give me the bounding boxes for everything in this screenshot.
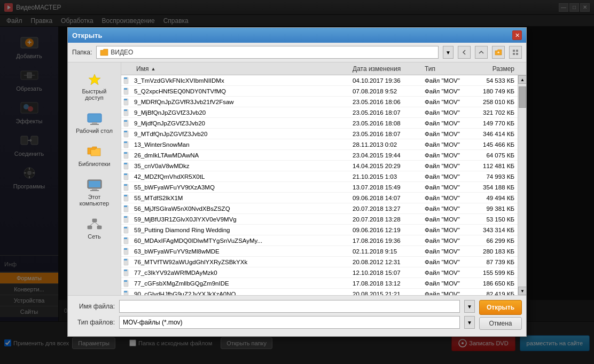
svg-rect-30 xyxy=(88,114,101,122)
col-header-date[interactable]: Дата изменения xyxy=(349,65,421,73)
file-date: 20.07.2018 13:27 xyxy=(349,205,421,212)
file-icon xyxy=(121,152,132,159)
file-date: 20.08.2012 12:31 xyxy=(349,259,421,265)
file-name: 13_WinterSnowMan xyxy=(132,141,349,148)
svg-rect-61 xyxy=(124,173,127,175)
col-header-size[interactable]: Размер xyxy=(470,65,518,73)
svg-rect-57 xyxy=(124,152,127,154)
file-type: Файл "MOV" xyxy=(421,238,470,244)
file-row[interactable]: 42_MDZfQmVhdXR5X0tL 21.10.2015 1:03 Файл… xyxy=(121,171,518,182)
svg-rect-45 xyxy=(124,88,127,90)
dialog-close-button[interactable]: ✕ xyxy=(512,30,522,40)
file-icon xyxy=(121,77,132,84)
file-size: 49 494 КБ xyxy=(470,195,518,201)
svg-rect-73 xyxy=(124,238,127,239)
file-size: 99 381 КБ xyxy=(470,205,518,212)
filename-input[interactable] xyxy=(119,300,460,313)
filename-dropdown-button[interactable]: ▼ xyxy=(464,300,475,313)
file-icon xyxy=(121,162,132,170)
file-date: 17.08.2016 19:36 xyxy=(349,238,421,244)
nav-quick-access[interactable]: Быстрый доступ xyxy=(71,69,118,104)
svg-rect-81 xyxy=(124,280,127,282)
file-row[interactable]: 77_cGFsbXMgZmllbGQgZm9nIDE 17.08.2018 13… xyxy=(121,278,518,289)
dialog-title-bar: Открыть ✕ xyxy=(68,28,526,43)
nav-network[interactable]: Сеть xyxy=(71,214,118,243)
file-row[interactable]: 77_c3IkYV92aWRfMDAyMzk0 12.10.2018 15:07… xyxy=(121,267,518,278)
file-row[interactable]: 26_dmIkLTAwMDAwNA 23.04.2015 19:44 Файл … xyxy=(121,150,518,161)
file-icon xyxy=(121,216,132,223)
file-row[interactable]: 60_MDAxIFAgMDQ0IDlwMTYgSnVuZSAyMy... 17.… xyxy=(121,235,518,246)
file-icon xyxy=(121,269,132,276)
folder-dropdown-button[interactable]: ▼ xyxy=(443,46,454,59)
file-type: Файл "MOV" xyxy=(421,163,470,169)
file-name: 3_TmVzdGVkFNIcXVIbmNIIDMx xyxy=(132,77,349,84)
nav-up-button[interactable] xyxy=(475,46,488,59)
cancel-button[interactable]: Отмена xyxy=(479,317,522,330)
file-name: 59_MjBfU3R1ZGlvX0JlYXV0eV9MVg xyxy=(132,216,349,223)
file-row[interactable]: 35_cnV0aV8wMDkz 14.04.2015 20:29 Файл "M… xyxy=(121,161,518,171)
nav-desktop[interactable]: Рабочий стол xyxy=(71,108,118,137)
nav-computer[interactable]: Этот компьютер xyxy=(71,175,118,210)
nav-desktop-label: Рабочий стол xyxy=(76,128,113,134)
file-row[interactable]: 55_MTdfS2lkX1M 09.06.2018 14:07 Файл "MO… xyxy=(121,193,518,203)
svg-rect-65 xyxy=(124,195,127,196)
file-row[interactable]: 9_MTdfQnJpZGVfZ3Jvb20 23.05.2016 18:07 Ф… xyxy=(121,129,518,139)
file-size: 112 481 КБ xyxy=(470,163,518,169)
nav-new-folder-button[interactable]: + xyxy=(492,46,505,59)
scrollbar-thumb[interactable] xyxy=(519,86,526,108)
file-name: 77_cGFsbXMgZmllbGQgZm9nIDE xyxy=(132,280,349,287)
view-toggle-button[interactable] xyxy=(509,46,522,59)
nav-quick-access-label: Быстрый доступ xyxy=(73,88,116,101)
computer-icon xyxy=(85,178,104,193)
file-row[interactable]: 59_MjBfU3R1ZGlvX0JlYXV0eV9MVg 20.07.2018… xyxy=(121,214,518,225)
nav-network-label: Сеть xyxy=(88,233,100,240)
file-name: 55_MTdfS2lkX1M xyxy=(132,195,349,201)
file-row[interactable]: 55_bWFyaWFuYV9tXzA3MQ 13.07.2018 15:49 Ф… xyxy=(121,182,518,193)
file-row[interactable]: 56_MjJfSGlraW5nX0NvdXBsZSZQ 20.07.2018 1… xyxy=(121,203,518,214)
quick-access-icon xyxy=(85,72,104,87)
file-date: 09.06.2018 14:07 xyxy=(349,195,421,201)
file-list[interactable]: 3_TmVzdGVkFNIcXVIbmNIIDMx 04.10.2017 19:… xyxy=(121,75,518,295)
file-type: Файл "MOV" xyxy=(421,77,470,84)
svg-rect-27 xyxy=(513,53,515,55)
file-size: 64 075 КБ xyxy=(470,152,518,159)
file-row[interactable]: 5_Q2xpcHNfSEQ0NDY0NTVfMQ 07.08.2018 9:52… xyxy=(121,86,518,97)
file-row[interactable]: 63_bWFyaWFuYV9zMl8wMDE 02.11.2018 9:15 Ф… xyxy=(121,246,518,257)
filetype-dropdown-button[interactable]: ▼ xyxy=(464,316,475,329)
file-row[interactable]: 9_MjdfQnJpZGVfZ3Jvb20 23.05.2016 18:08 Ф… xyxy=(121,118,518,129)
scrollbar-thumb-area xyxy=(518,84,526,287)
file-row[interactable]: 90_cGlvdHJfbG9uZ2JvYXJkXzA0NQ 20.08.2015… xyxy=(121,289,518,295)
file-row[interactable]: 3_TmVzdGVkFNIcXVIbmNIIDMx 04.10.2017 19:… xyxy=(121,75,518,86)
svg-rect-51 xyxy=(124,120,127,122)
svg-line-40 xyxy=(90,222,95,226)
file-name: 76_MTVfTW92aWUgdGhlYXRyZSBkYXk xyxy=(132,259,349,265)
dialog-bottom: Имя файла: ▼ Тип файлов: MOV-файлы (*.mo… xyxy=(68,295,526,336)
col-header-name[interactable]: Имя ▲ xyxy=(132,65,349,73)
file-type: Файл "MOV" xyxy=(421,141,470,148)
file-name: 60_MDAxIFAgMDQ0IDlwMTYgSnVuZSAyMy... xyxy=(132,238,349,244)
file-icon xyxy=(121,184,132,191)
file-row[interactable]: 59_Putting Diamond Ring Wedding 09.06.20… xyxy=(121,225,518,235)
file-name: 90_cGlvdHJfbG9uZ2JvYXJkXzA0NQ xyxy=(132,291,349,296)
file-type: Файл "MOV" xyxy=(421,120,470,126)
file-name: 9_MjdfQnJpZGVfZ3Jvb20 xyxy=(132,120,349,126)
file-row[interactable]: 76_MTVfTW92aWUgdGhlYXRyZSBkYXk 20.08.201… xyxy=(121,257,518,267)
scroll-up-button[interactable]: ▲ xyxy=(518,75,526,84)
nav-back-button[interactable] xyxy=(458,46,471,59)
file-row[interactable]: 9_MDRfQnJpZGVfR3Jvb21fV2Fsaw 23.05.2016 … xyxy=(121,97,518,107)
col-name-label: Имя xyxy=(136,65,148,73)
svg-rect-37 xyxy=(92,219,97,222)
filename-row: Имя файла: ▼ xyxy=(72,300,475,313)
open-button[interactable]: Открыть xyxy=(479,300,522,315)
file-row[interactable]: 13_WinterSnowMan 28.11.2013 0:02 Файл "M… xyxy=(121,139,518,150)
scroll-down-button[interactable]: ▼ xyxy=(518,287,526,295)
file-type: Файл "MOV" xyxy=(421,88,470,94)
filetype-display: MOV-файлы (*.mov) xyxy=(119,316,460,329)
file-size: 346 414 КБ xyxy=(470,131,518,137)
file-icon xyxy=(121,130,132,138)
file-row[interactable]: 9_MjBfQnJpZGVfZ3Jvb20 23.05.2016 18:07 Ф… xyxy=(121,107,518,118)
col-header-type[interactable]: Тип xyxy=(421,65,470,73)
nav-libraries[interactable]: Библиотеки xyxy=(71,141,118,170)
file-date: 02.11.2018 9:15 xyxy=(349,248,421,255)
file-date: 07.08.2018 9:52 xyxy=(349,88,421,94)
